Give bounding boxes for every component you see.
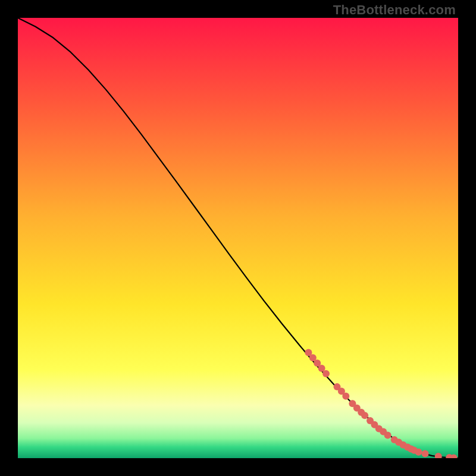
sample-point — [422, 450, 429, 458]
sample-point — [322, 370, 330, 377]
sample-point — [361, 412, 368, 419]
sample-point — [384, 432, 392, 439]
gradient-background — [18, 18, 458, 458]
sample-point — [415, 449, 422, 456]
watermark-text: TheBottleneck.com — [333, 2, 456, 18]
chart-svg — [18, 18, 458, 458]
plot-area — [18, 18, 458, 458]
sample-point — [342, 393, 349, 400]
chart-stage: TheBottleneck.com — [0, 0, 476, 476]
